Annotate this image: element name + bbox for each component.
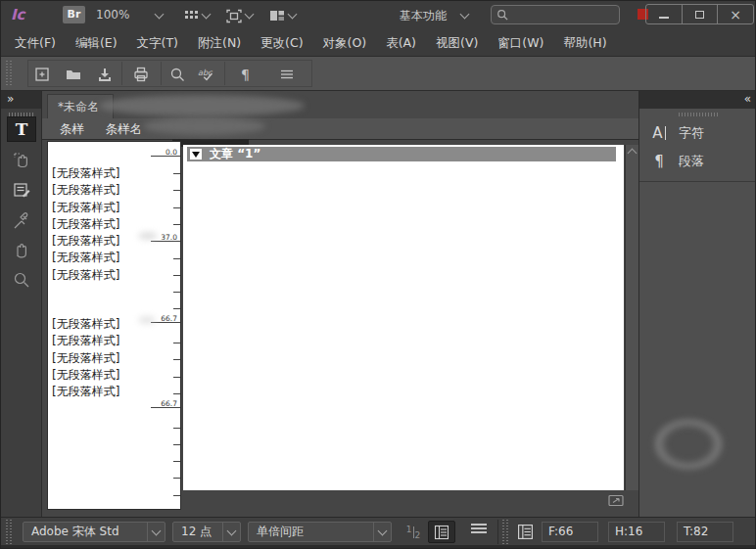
tab-galley[interactable]: 条样 — [60, 118, 84, 139]
statusbar-grip[interactable] — [6, 520, 12, 544]
maximize-button[interactable] — [682, 5, 718, 23]
menu-item[interactable]: 更改(C) — [251, 29, 312, 57]
svg-text:abc: abc — [198, 68, 213, 77]
character-panel-icon: A — [639, 124, 679, 142]
print-icon[interactable] — [131, 65, 151, 84]
menu-lines-icon[interactable] — [471, 524, 487, 533]
zoom-tool[interactable] — [7, 267, 36, 293]
view-options-icon[interactable] — [181, 6, 201, 25]
menu-item[interactable]: 窗口(W) — [488, 29, 553, 57]
tools-panel-header: » — [1, 91, 41, 109]
position-tool[interactable] — [7, 148, 36, 173]
ruler-tick — [173, 393, 180, 394]
smudge-artifact — [138, 316, 156, 324]
chevron-down-icon — [378, 526, 388, 535]
right-panel-header: « — [639, 91, 756, 109]
chevron-down-icon[interactable] — [460, 10, 470, 20]
workspace-switcher[interactable]: 基本功能 — [400, 8, 447, 24]
zoom-level-dropdown[interactable]: 100% — [96, 8, 129, 22]
leading-dropdown[interactable]: 单倍间距 — [248, 522, 392, 542]
style-row: [无段落样式] — [48, 250, 151, 266]
save-icon[interactable] — [95, 65, 115, 84]
statusbar-grip[interactable] — [502, 520, 508, 544]
smudge-artifact — [99, 95, 305, 116]
style-column-toggle-button[interactable] — [428, 521, 455, 543]
story-editor[interactable]: 文章 “1” — [183, 145, 624, 490]
ruler-tick — [173, 224, 180, 225]
copyfit-info-icon[interactable] — [517, 524, 534, 540]
stat-field: F:66 — [542, 522, 598, 542]
smudge-artifact — [654, 419, 723, 470]
toolbar-grip[interactable] — [6, 61, 12, 86]
chevron-down-icon[interactable] — [288, 10, 298, 20]
note-tool[interactable] — [7, 177, 36, 203]
screen-mode-icon[interactable] — [224, 6, 244, 25]
minimize-button[interactable] — [646, 5, 682, 23]
menu-item[interactable]: 附注(N) — [188, 29, 251, 57]
style-row: [无段落样式] — [48, 316, 151, 333]
type-tool[interactable]: T — [7, 116, 36, 142]
menu-item[interactable]: 表(A) — [376, 29, 426, 57]
paragraph-styles-column: [无段落样式][无段落样式][无段落样式][无段落样式][无段落样式][无段落样… — [47, 141, 181, 510]
font-family-dropdown[interactable]: Adobe 宋体 Std — [23, 522, 165, 542]
tab-galley-name[interactable]: 条样名 — [106, 118, 143, 139]
menu-lines-icon[interactable] — [277, 65, 297, 84]
menu-item[interactable]: 编辑(E) — [66, 29, 127, 57]
font-size-dropdown[interactable]: 12 点 — [172, 522, 241, 542]
new-document-icon[interactable] — [32, 65, 52, 84]
menu-item[interactable]: 文字(T) — [127, 29, 188, 57]
arrange-documents-icon[interactable] — [267, 6, 287, 25]
collapse-left-icon[interactable]: « — [738, 92, 756, 106]
chevron-down-icon — [227, 526, 237, 535]
type-tool-glyph: T — [16, 119, 28, 139]
eyedropper-tool[interactable] — [7, 208, 36, 234]
chevron-down-icon[interactable] — [245, 10, 255, 20]
search-tool-icon[interactable] — [167, 65, 187, 84]
chevron-down-icon[interactable] — [155, 10, 165, 20]
menu-item[interactable]: 视图(V) — [426, 29, 488, 57]
paragraph-panel-label: 段落 — [679, 153, 704, 170]
paragraph-panel-button[interactable]: ¶ 段落 — [639, 147, 756, 175]
menu-bar: 文件(F)编辑(E)文字(T)附注(N)更改(C)对象(O)表(A)视图(V)窗… — [1, 29, 756, 57]
story-header: 文章 “1” — [187, 147, 616, 161]
chevron-down-icon[interactable] — [202, 10, 212, 20]
style-row: [无段落样式] — [48, 350, 151, 367]
ruler-tick — [173, 461, 180, 462]
menu-item[interactable]: 对象(O) — [313, 29, 377, 57]
page-jump-icon[interactable] — [606, 493, 625, 508]
close-button[interactable]: × — [717, 5, 753, 23]
spellcheck-icon[interactable]: abc — [197, 65, 216, 84]
ruler-tick — [173, 292, 180, 293]
collapse-right-icon[interactable]: » — [1, 92, 20, 106]
collapse-story-button[interactable] — [190, 149, 202, 160]
menu-item[interactable]: 帮助(H) — [553, 29, 616, 57]
menu-item[interactable]: 文件(F) — [5, 29, 66, 57]
panel-grip[interactable] — [679, 113, 718, 116]
scroll-up-icon[interactable] — [628, 149, 638, 159]
character-panel-button[interactable]: A 字符 — [639, 118, 756, 147]
bridge-button[interactable]: Br — [63, 6, 85, 23]
font-size-value: 12 点 — [173, 524, 222, 540]
open-folder-icon[interactable] — [64, 65, 83, 84]
tools-panel: » T — [1, 91, 42, 517]
title-bar: Ic Br 100% 基本功能 — [1, 1, 756, 29]
style-row: [无段落样式] — [48, 165, 151, 182]
fraction-icon[interactable]: 1 2 — [404, 524, 422, 541]
ruler-tick — [173, 190, 180, 191]
style-row: [无段落样式] — [48, 200, 151, 216]
vertical-scrollbar[interactable] — [625, 145, 638, 490]
search-input[interactable] — [508, 8, 614, 22]
story-title: 文章 “1” — [210, 146, 260, 162]
search-box[interactable] — [491, 5, 620, 24]
style-row: [无段落样式] — [48, 182, 151, 199]
pilcrow-icon[interactable]: ¶ — [236, 65, 256, 84]
incopy-logo-icon: Ic — [11, 6, 24, 23]
style-column-icon — [434, 525, 449, 540]
close-icon: × — [730, 7, 741, 23]
search-icon — [496, 9, 508, 21]
minimize-icon — [659, 17, 669, 19]
window-footer — [1, 545, 756, 549]
hand-tool[interactable] — [7, 238, 36, 263]
ruler-tick — [173, 495, 180, 496]
ruler-tick — [173, 275, 180, 276]
